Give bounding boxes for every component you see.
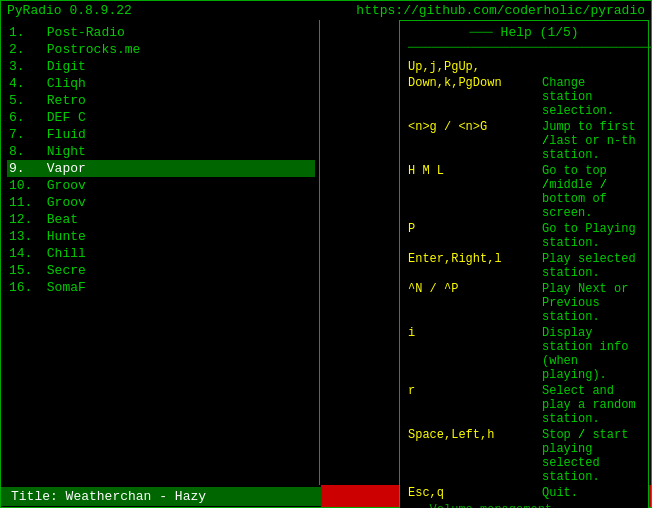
help-row: <n>g / <n>GJump to first /last or n-th s… — [408, 119, 640, 163]
station-item[interactable]: 12. Beat — [7, 211, 315, 228]
app-title: PyRadio 0.8.9.22 — [7, 3, 132, 18]
station-item[interactable]: 9. Vapor — [7, 160, 315, 177]
station-item[interactable]: 16. SomaF — [7, 279, 315, 296]
help-content: Up,j,PgUp,Down,k,PgDownChange station se… — [408, 59, 640, 508]
section-title: ── Volume management ───────────────────… — [408, 503, 640, 508]
main-area: 1. Post-Radio2. Postrocks.me3. Digit4. C… — [1, 20, 651, 485]
help-row: rSelect and play a random station. — [408, 383, 640, 427]
station-item[interactable]: 15. Secre — [7, 262, 315, 279]
help-row: ^N / ^PPlay Next or Previous station. — [408, 281, 640, 325]
station-item[interactable]: 6. DEF C — [7, 109, 315, 126]
station-item[interactable]: 4. Cliqh — [7, 75, 315, 92]
station-item[interactable]: 1. Post-Radio — [7, 24, 315, 41]
help-row: PGo to Playing station. — [408, 221, 640, 251]
help-row: Down,k,PgDownChange station selection. — [408, 75, 640, 119]
help-row: Enter,Right,lPlay selected station. — [408, 251, 640, 281]
help-row: H M LGo to top /middle / bottom of scree… — [408, 163, 640, 221]
station-item[interactable]: 3. Digit — [7, 58, 315, 75]
station-item[interactable]: 5. Retro — [7, 92, 315, 109]
station-item[interactable]: 7. Fluid — [7, 126, 315, 143]
github-url: https://github.com/coderholic/pyradio — [356, 3, 645, 18]
help-row: Space,Left,hStop / start playing selecte… — [408, 427, 640, 485]
station-item[interactable]: 13. Hunte — [7, 228, 315, 245]
help-title: ─── Help (1/5) ─────────────────────────… — [408, 25, 640, 55]
help-row: iDisplay station info (when playing). — [408, 325, 640, 383]
now-playing-title: Title: Weatherchan - Hazy — [1, 487, 321, 506]
top-bar: PyRadio 0.8.9.22 https://github.com/code… — [1, 1, 651, 20]
station-item[interactable]: 2. Postrocks.me — [7, 41, 315, 58]
help-row: Esc,qQuit. — [408, 485, 640, 501]
station-item[interactable]: 8. Night — [7, 143, 315, 160]
station-item[interactable]: 14. Chill — [7, 245, 315, 262]
app-window: PyRadio 0.8.9.22 https://github.com/code… — [0, 0, 652, 508]
station-item[interactable]: 11. Groov — [7, 194, 315, 211]
station-list[interactable]: 1. Post-Radio2. Postrocks.me3. Digit4. C… — [1, 20, 321, 485]
help-panel: ─── Help (1/5) ─────────────────────────… — [399, 20, 649, 508]
help-row: Up,j,PgUp, — [408, 59, 640, 75]
station-item[interactable]: 10. Groov — [7, 177, 315, 194]
